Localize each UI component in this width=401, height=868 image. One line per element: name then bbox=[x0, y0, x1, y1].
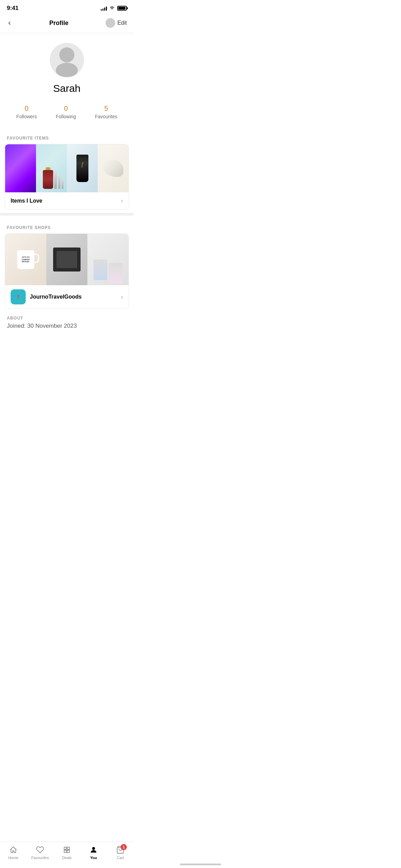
shop-name: JournoTravelGoods bbox=[30, 294, 82, 300]
item-image-3 bbox=[67, 144, 98, 192]
shop-image-3 bbox=[87, 234, 129, 285]
item-image-4 bbox=[98, 144, 129, 192]
followers-count: 0 bbox=[25, 105, 28, 112]
nav-header: ‹ Profile Edit bbox=[0, 14, 134, 33]
avatar[interactable] bbox=[50, 43, 84, 77]
back-button[interactable]: ‹ bbox=[7, 17, 12, 29]
edit-avatar-small bbox=[106, 18, 115, 28]
page-title: Profile bbox=[49, 20, 69, 27]
status-icons bbox=[101, 6, 127, 11]
favourites-count: 5 bbox=[104, 105, 108, 112]
wifi-icon bbox=[109, 6, 115, 11]
battery-icon bbox=[117, 6, 127, 11]
shop-image-1: LET'S GOCAMPINGMICHAEL bbox=[5, 234, 46, 285]
favourite-items-images bbox=[5, 144, 129, 192]
shop-chevron-right-icon: › bbox=[121, 293, 123, 301]
favourite-shops-card[interactable]: LET'S GOCAMPINGMICHAEL ↑ JournoTravelGoo… bbox=[5, 233, 129, 309]
about-header: ABOUT bbox=[7, 312, 127, 323]
about-section: ABOUT Joined: 30 November 2023 bbox=[0, 309, 134, 336]
followers-label: Followers bbox=[16, 114, 37, 119]
following-count: 0 bbox=[64, 105, 68, 112]
favourites-label: Favourites bbox=[95, 114, 117, 119]
items-love-link[interactable]: Items I Love › bbox=[5, 192, 129, 209]
chevron-right-icon: › bbox=[121, 197, 123, 204]
joined-date: Joined: 30 November 2023 bbox=[7, 323, 77, 329]
items-love-label: Items I Love bbox=[11, 198, 42, 204]
favourite-shops-images: LET'S GOCAMPINGMICHAEL bbox=[5, 234, 129, 285]
signal-bars-icon bbox=[101, 6, 107, 11]
profile-name: Sarah bbox=[53, 83, 81, 94]
svg-point-0 bbox=[59, 47, 74, 62]
shop-logo-group: ↑ JournoTravelGoods bbox=[11, 289, 82, 304]
following-stat[interactable]: 0 Following bbox=[56, 105, 76, 119]
favourite-shops-header: FAVOURITE SHOPS bbox=[0, 219, 134, 233]
item-image-2 bbox=[36, 144, 67, 192]
shop-image-2 bbox=[46, 234, 87, 285]
edit-label: Edit bbox=[117, 20, 127, 26]
status-time: 9:41 bbox=[7, 5, 19, 12]
favourites-stat[interactable]: 5 Favourites bbox=[95, 105, 117, 119]
shop-link-row[interactable]: ↑ JournoTravelGoods › bbox=[5, 285, 129, 309]
shop-logo-icon: ↑ bbox=[11, 289, 26, 304]
avatar-silhouette-icon bbox=[50, 43, 84, 77]
status-bar: 9:41 bbox=[0, 0, 134, 14]
section-divider bbox=[0, 213, 134, 216]
following-label: Following bbox=[56, 114, 76, 119]
edit-button[interactable]: Edit bbox=[106, 18, 127, 28]
item-image-1 bbox=[5, 144, 36, 192]
favourite-items-card[interactable]: Items I Love › bbox=[5, 144, 129, 209]
favourite-items-header: FAVOURITE ITEMS bbox=[0, 130, 134, 144]
profile-section: Sarah 0 Followers 0 Following 5 Favourit… bbox=[0, 33, 134, 130]
followers-stat[interactable]: 0 Followers bbox=[16, 105, 37, 119]
stats-row: 0 Followers 0 Following 5 Favourites bbox=[7, 101, 127, 123]
svg-point-1 bbox=[56, 63, 78, 77]
